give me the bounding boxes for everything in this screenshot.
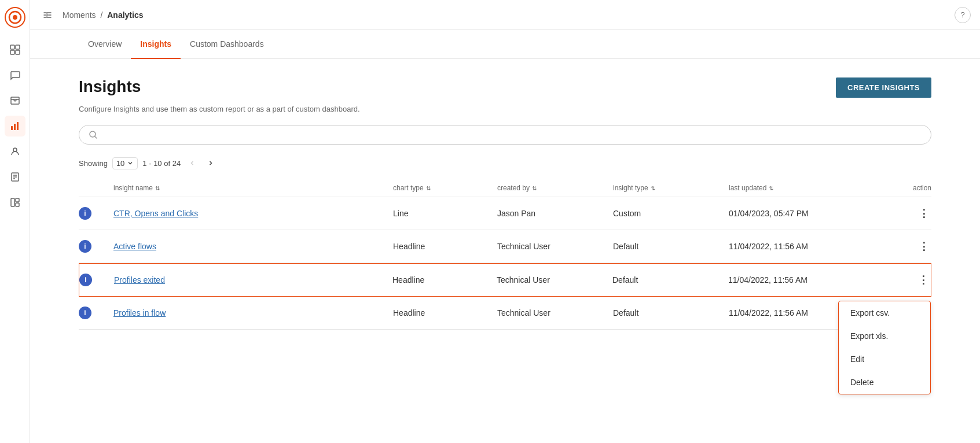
page-subtitle: Configure Insights and use them as custo… — [79, 105, 931, 113]
content-area: Overview Insights Custom Dashboards Insi… — [30, 30, 980, 443]
th-icon — [79, 184, 113, 192]
pagination-next-button[interactable] — [204, 156, 218, 170]
tab-insights[interactable]: Insights — [131, 30, 181, 59]
svg-rect-10 — [17, 122, 19, 130]
svg-rect-5 — [10, 50, 14, 54]
insight-type-cell: Default — [613, 308, 729, 318]
table-row: i CTR, Opens and Clicks Line Jason Pan C… — [79, 197, 931, 230]
sidebar-item-grid[interactable] — [5, 192, 25, 213]
insight-name-link[interactable]: Active flows — [113, 242, 156, 251]
more-options-button[interactable]: ⋮ — [915, 272, 931, 288]
chart-type-cell: Line — [393, 209, 497, 218]
last-updated-cell: 11/04/2022, 11:56 AM — [728, 275, 861, 285]
chart-type-cell: Headline — [393, 308, 497, 318]
dropdown-delete[interactable]: Delete — [839, 371, 930, 394]
table-header: insight name ⇅ chart type ⇅ created by ⇅… — [79, 179, 931, 197]
search-bar — [79, 125, 931, 145]
sidebar-item-dashboard[interactable] — [5, 39, 25, 60]
chevron-down-icon — [127, 160, 134, 167]
topbar-right: ? — [955, 7, 971, 23]
expand-sidebar-button[interactable] — [39, 7, 56, 23]
insight-name-link[interactable]: Profiles in flow — [113, 308, 166, 318]
svg-rect-6 — [16, 50, 20, 54]
created-by-cell: Technical User — [497, 308, 613, 318]
info-icon[interactable]: i — [79, 240, 91, 253]
created-by-cell: Technical User — [497, 242, 613, 251]
th-insight-type[interactable]: insight type ⇅ — [613, 184, 729, 192]
svg-point-2 — [13, 15, 17, 20]
chart-type-cell: Headline — [393, 242, 497, 251]
action-col: ⋮ — [862, 205, 931, 221]
action-col: ⋮ — [862, 238, 931, 254]
page-header: Insights CREATE INSIGHTS — [79, 77, 931, 98]
dropdown-export-xls[interactable]: Export xls. — [839, 324, 930, 348]
svg-rect-16 — [11, 198, 14, 206]
tab-overview[interactable]: Overview — [79, 30, 131, 59]
page-content: Insights CREATE INSIGHTS Configure Insig… — [30, 59, 980, 348]
table-row: i Profiles in flow Headline Technical Us… — [79, 297, 931, 330]
created-by-cell: Technical User — [497, 275, 612, 285]
chart-type-cell: Headline — [392, 275, 497, 285]
sidebar-item-reports[interactable] — [5, 167, 25, 187]
sidebar-item-contacts[interactable] — [5, 141, 25, 162]
more-options-button[interactable]: ⋮ — [915, 205, 931, 221]
row-icon-col: i — [79, 207, 113, 220]
topbar: Moments / Analytics ? — [30, 0, 980, 30]
per-page-select[interactable]: 10 — [112, 157, 138, 169]
sidebar — [0, 0, 30, 443]
svg-point-11 — [13, 148, 17, 152]
dropdown-export-csv[interactable]: Export csv. — [839, 301, 930, 324]
page-title: Insights — [79, 77, 141, 96]
svg-rect-9 — [14, 124, 16, 130]
dropdown-edit[interactable]: Edit — [839, 348, 930, 371]
insight-name-link[interactable]: Profiles exited — [114, 275, 165, 285]
svg-rect-4 — [16, 45, 20, 49]
sort-icon-insight-name: ⇅ — [155, 185, 160, 191]
insight-name-cell: Active flows — [113, 242, 393, 251]
sort-icon-insight-type: ⇅ — [651, 185, 655, 191]
search-icon — [89, 130, 98, 139]
sort-icon-last-updated: ⇅ — [769, 185, 773, 191]
showing-row: Showing 10 1 - 10 of 24 — [79, 156, 931, 170]
row-icon-col: i — [79, 274, 114, 286]
insight-name-cell: Profiles exited — [114, 275, 392, 285]
last-updated-cell: 01/04/2023, 05:47 PM — [729, 209, 862, 218]
pagination-prev-button[interactable] — [185, 156, 199, 170]
sidebar-item-chat[interactable] — [5, 65, 25, 86]
sidebar-item-analytics[interactable] — [5, 116, 25, 136]
table-row: i Active flows Headline Technical User D… — [79, 230, 931, 263]
svg-rect-17 — [16, 198, 19, 202]
th-action: action — [862, 184, 931, 192]
last-updated-cell: 11/04/2022, 11:56 AM — [729, 242, 862, 251]
insight-name-cell: Profiles in flow — [113, 308, 393, 318]
help-button[interactable]: ? — [955, 7, 971, 23]
row-icon-col: i — [79, 307, 113, 319]
insight-name-link[interactable]: CTR, Opens and Clicks — [113, 209, 198, 218]
th-insight-name[interactable]: insight name ⇅ — [113, 184, 393, 192]
created-by-cell: Jason Pan — [497, 209, 613, 218]
action-dropdown-menu: Export csv. Export xls. Edit Delete — [838, 301, 931, 394]
table-row: i Profiles exited Headline Technical Use… — [79, 263, 931, 297]
main-wrapper: Moments / Analytics ? Overview Insights … — [30, 0, 980, 443]
svg-rect-8 — [11, 126, 13, 130]
insight-type-cell: Default — [613, 242, 729, 251]
th-chart-type[interactable]: chart type ⇅ — [393, 184, 497, 192]
create-insights-button[interactable]: CREATE INSIGHTS — [836, 77, 931, 98]
info-icon[interactable]: i — [79, 207, 91, 220]
insights-table: insight name ⇅ chart type ⇅ created by ⇅… — [79, 179, 931, 330]
action-col: ⋮ Export csv. Export xls. Edit Delete — [861, 272, 931, 288]
info-icon[interactable]: i — [79, 307, 91, 319]
search-input[interactable] — [102, 130, 922, 139]
info-icon[interactable]: i — [79, 274, 92, 286]
th-last-updated[interactable]: last updated ⇅ — [729, 184, 862, 192]
insight-type-cell: Custom — [613, 209, 729, 218]
sidebar-item-inbox[interactable] — [5, 90, 25, 111]
insight-type-cell: Default — [612, 275, 728, 285]
more-options-button[interactable]: ⋮ — [915, 238, 931, 254]
th-created-by[interactable]: created by ⇅ — [497, 184, 613, 192]
sort-icon-created-by: ⇅ — [532, 185, 537, 191]
pagination-range: 1 - 10 of 24 — [142, 159, 181, 168]
tabs-bar: Overview Insights Custom Dashboards — [30, 30, 980, 59]
tab-custom-dashboards[interactable]: Custom Dashboards — [181, 30, 273, 59]
app-logo — [5, 7, 25, 30]
